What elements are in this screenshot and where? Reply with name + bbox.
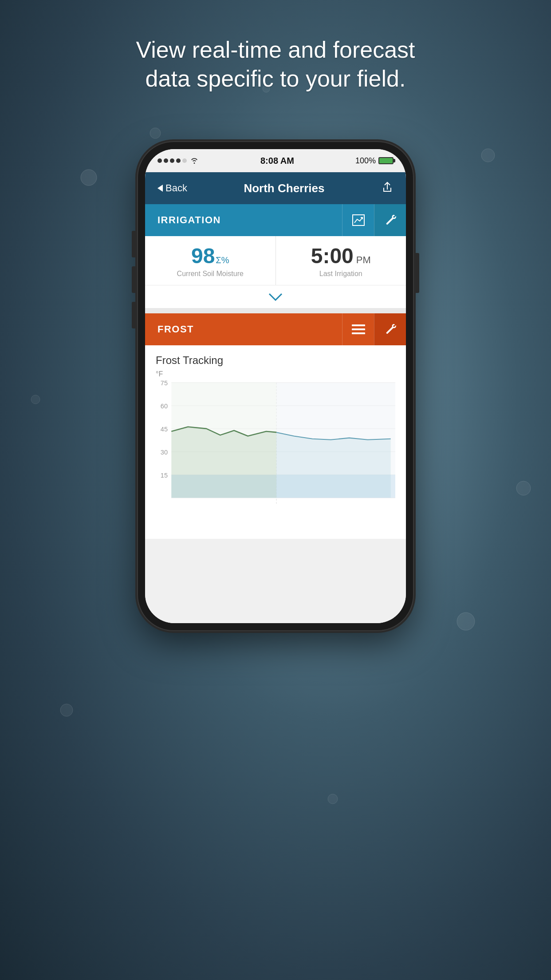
- status-bar: 8:08 AM 100%: [145, 149, 406, 172]
- signal-dot-5: [182, 158, 187, 163]
- section-gap: [145, 308, 406, 313]
- phone-screen: 8:08 AM 100% Back North Cherries: [145, 149, 406, 623]
- svg-marker-30: [171, 427, 276, 498]
- signal-dot-4: [176, 158, 181, 163]
- page-title: North Cherries: [244, 182, 324, 195]
- frost-chart-section: Frost Tracking °F 75 60 45 30 15: [145, 345, 406, 539]
- expand-row[interactable]: [145, 285, 406, 308]
- frost-section-header: FROST: [145, 313, 406, 345]
- irrigation-settings-button[interactable]: [374, 204, 406, 236]
- svg-rect-12: [352, 328, 365, 330]
- back-chevron-icon: [157, 185, 163, 192]
- irrigation-data-row: 98 Σ% Current Soil Moisture 5:00 PM Last…: [145, 236, 406, 285]
- svg-text:30: 30: [161, 449, 168, 456]
- svg-text:15: 15: [161, 472, 168, 479]
- headline: View real-time and forecast data specifi…: [0, 36, 551, 93]
- irrigation-section-header: IRRIGATION: [145, 204, 406, 236]
- share-button[interactable]: [381, 181, 394, 196]
- chart-area: °F 75 60 45 30 15: [156, 370, 395, 539]
- irrigation-chart-button[interactable]: [342, 204, 374, 236]
- soil-moisture-label: Current Soil Moisture: [177, 270, 244, 278]
- share-icon: [381, 181, 394, 193]
- back-button[interactable]: Back: [157, 182, 187, 194]
- chevron-down-icon: [268, 293, 283, 301]
- svg-text:75: 75: [161, 379, 168, 387]
- wrench-icon-frost: [384, 323, 397, 336]
- nav-bar: Back North Cherries: [145, 172, 406, 204]
- wrench-icon: [384, 214, 397, 226]
- frost-settings-button[interactable]: [374, 313, 406, 345]
- status-left: [157, 157, 199, 164]
- chart-title: Frost Tracking: [156, 354, 395, 367]
- signal-dot-2: [164, 158, 168, 163]
- status-right: 100%: [355, 156, 394, 166]
- last-irrigation-label: Last Irrigation: [319, 270, 362, 278]
- phone-frame: 8:08 AM 100% Back North Cherries: [138, 142, 413, 630]
- chart-y-unit: °F: [156, 370, 163, 378]
- battery-icon: [378, 157, 394, 164]
- list-icon: [352, 324, 365, 335]
- svg-text:60: 60: [161, 403, 168, 410]
- soil-moisture-value: 98: [191, 244, 215, 268]
- soil-moisture-value-row: 98 Σ%: [191, 244, 229, 268]
- wifi-icon: [189, 157, 199, 164]
- svg-marker-31: [276, 432, 391, 498]
- headline-line2: data specific to your field.: [146, 66, 406, 91]
- signal-dot-1: [157, 158, 162, 163]
- chart-icon: [352, 214, 365, 226]
- status-time: 8:08 AM: [260, 156, 294, 166]
- last-irrigation-pm: PM: [356, 254, 371, 266]
- last-irrigation-time: 5:00: [311, 244, 354, 268]
- frost-list-button[interactable]: [342, 313, 374, 345]
- headline-line1: View real-time and forecast: [136, 37, 415, 63]
- last-irrigation-cell: 5:00 PM Last Irrigation: [276, 236, 406, 285]
- last-irrigation-value-row: 5:00 PM: [311, 244, 371, 268]
- back-label: Back: [165, 182, 187, 194]
- signal-dots: [157, 158, 187, 163]
- soil-moisture-cell: 98 Σ% Current Soil Moisture: [145, 236, 276, 285]
- frost-section-title: FROST: [145, 324, 342, 335]
- battery-percent: 100%: [355, 156, 376, 166]
- soil-moisture-unit: Σ%: [216, 255, 229, 265]
- svg-rect-11: [352, 324, 365, 326]
- svg-text:45: 45: [161, 426, 168, 433]
- app-content: Back North Cherries IRRIGATION: [145, 172, 406, 623]
- svg-rect-13: [352, 332, 365, 334]
- irrigation-section-title: IRRIGATION: [145, 214, 342, 226]
- frost-chart-svg: 75 60 45 30 15: [156, 370, 395, 539]
- signal-dot-3: [170, 158, 174, 163]
